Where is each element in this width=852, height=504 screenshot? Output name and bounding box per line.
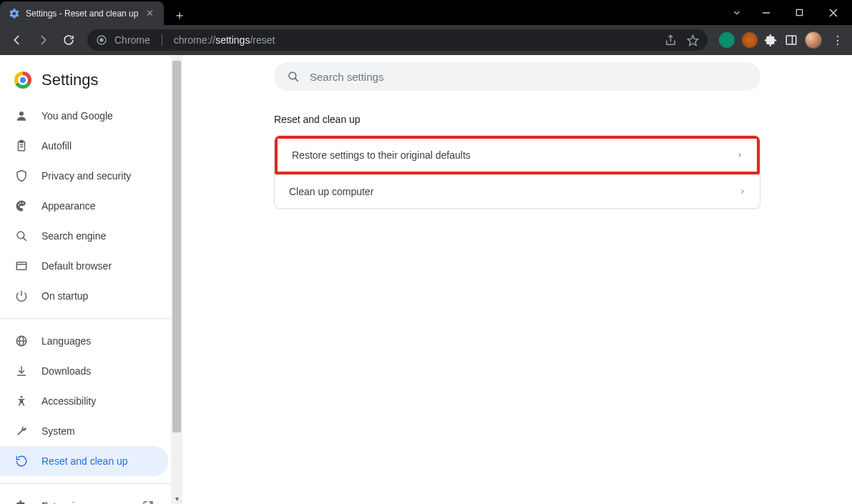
profile-avatar[interactable] — [805, 31, 822, 49]
card-row-label: Clean up computer — [289, 186, 373, 197]
power-icon — [14, 289, 29, 303]
scroll-down-arrow[interactable]: ▾ — [171, 493, 182, 504]
sidebar-item-accessibility[interactable]: Accessibility — [0, 386, 168, 416]
svg-line-19 — [23, 237, 26, 240]
sidebar-item-label: Accessibility — [41, 395, 96, 407]
settings-search[interactable] — [274, 62, 760, 91]
palette-icon — [14, 199, 29, 213]
close-tab-icon[interactable]: ✕ — [144, 8, 155, 19]
clipboard-icon — [14, 139, 29, 153]
svg-point-16 — [20, 202, 21, 204]
person-icon — [14, 109, 29, 123]
open-external-icon — [142, 500, 154, 504]
sidebar-item-system[interactable]: System — [0, 416, 168, 446]
tab-strip: Settings - Reset and clean up ✕ ＋ — [0, 0, 190, 25]
browser-tab-active[interactable]: Settings - Reset and clean up ✕ — [0, 1, 164, 25]
sidebar-item-label: Appearance — [41, 200, 96, 212]
sidebar-item-you-and-google[interactable]: You and Google — [0, 101, 168, 131]
sidebar-item-privacy-and-security[interactable]: Privacy and security — [0, 161, 168, 191]
svg-point-18 — [17, 232, 24, 239]
shield-icon — [14, 169, 29, 183]
svg-marker-7 — [687, 35, 697, 45]
back-button[interactable] — [6, 29, 29, 51]
url-host: settings — [215, 34, 250, 46]
side-panel-icon[interactable] — [785, 34, 798, 46]
search-icon — [287, 70, 300, 83]
settings-main: Reset and clean up Restore settings to t… — [182, 55, 852, 504]
app-title: Settings — [41, 71, 99, 89]
new-tab-button[interactable]: ＋ — [170, 5, 190, 25]
sidebar-item-appearance[interactable]: Appearance — [0, 191, 168, 221]
reset-cleanup-card: Restore settings to their original defau… — [274, 135, 760, 209]
sidebar-divider — [0, 483, 171, 484]
forward-button[interactable] — [31, 29, 54, 51]
accessibility-icon — [14, 394, 29, 408]
reload-button[interactable] — [57, 29, 80, 51]
sidebar-item-search-engine[interactable]: Search engine — [0, 221, 168, 251]
sidebar-item-label: Reset and clean up — [41, 455, 128, 467]
tab-title: Settings - Reset and clean up — [26, 9, 138, 19]
extensions-puzzle-icon[interactable] — [765, 34, 778, 46]
search-icon — [14, 229, 29, 243]
scrollbar-thumb[interactable] — [172, 61, 181, 433]
sidebar-item-default-browser[interactable]: Default browser — [0, 251, 168, 281]
address-bar[interactable]: Chrome chrome://settings/reset — [87, 29, 707, 51]
close-window-button[interactable] — [817, 2, 849, 24]
svg-point-10 — [19, 112, 24, 116]
chevron-down-icon[interactable] — [724, 8, 750, 18]
sidebar-item-label: You and Google — [41, 110, 113, 122]
chrome-menu-button[interactable]: ⋮ — [829, 34, 846, 47]
search-input[interactable] — [310, 71, 748, 83]
svg-rect-1 — [796, 9, 802, 15]
svg-point-29 — [289, 72, 296, 79]
download-icon — [14, 364, 29, 378]
extension-grammarly-icon[interactable] — [719, 32, 735, 48]
chevron-right-icon — [740, 187, 745, 196]
site-info-icon[interactable] — [96, 34, 107, 46]
extension-icons: ⋮ — [715, 31, 846, 49]
sidebar-item-label: System — [41, 425, 75, 437]
globe-icon — [14, 334, 29, 348]
url-prefix: chrome:// — [174, 34, 215, 46]
sidebar-scrollbar[interactable]: ▾ — [171, 55, 182, 504]
wrench-icon — [14, 424, 29, 438]
omnibox-chrome-label: Chrome — [114, 34, 150, 46]
sidebar-item-reset-and-clean-up[interactable]: Reset and clean up — [0, 446, 168, 476]
browser-toolbar: Chrome chrome://settings/reset ⋮ — [0, 25, 852, 55]
svg-point-5 — [99, 38, 103, 41]
share-icon[interactable] — [665, 34, 677, 46]
sidebar-item-downloads[interactable]: Downloads — [0, 356, 168, 386]
extension-cookie-icon[interactable] — [742, 32, 758, 48]
card-row-label: Restore settings to their original defau… — [292, 149, 471, 161]
minimize-button[interactable] — [750, 2, 782, 24]
svg-point-17 — [22, 202, 24, 204]
clean-up-computer-row[interactable]: Clean up computer — [275, 174, 760, 208]
sidebar-item-label: Downloads — [41, 365, 91, 377]
settings-sidebar: Settings You and GoogleAutofillPrivacy a… — [0, 55, 182, 504]
sidebar-item-languages[interactable]: Languages — [0, 326, 168, 356]
window-titlebar: Settings - Reset and clean up ✕ ＋ — [0, 0, 852, 25]
sidebar-item-extensions[interactable]: Extensions — [0, 491, 168, 504]
svg-rect-8 — [786, 36, 796, 44]
maximize-button[interactable] — [783, 2, 816, 24]
svg-point-15 — [18, 204, 19, 206]
sidebar-item-on-startup[interactable]: On startup — [0, 281, 168, 311]
svg-rect-12 — [20, 141, 24, 143]
puzzle-icon — [14, 499, 29, 504]
section-title: Reset and clean up — [274, 114, 760, 125]
sidebar-item-label: On startup — [41, 290, 88, 302]
chrome-logo-icon — [14, 71, 31, 89]
window-controls — [750, 2, 852, 24]
restore-defaults-row[interactable]: Restore settings to their original defau… — [275, 136, 760, 174]
sidebar-item-autofill[interactable]: Autofill — [0, 131, 168, 161]
gear-icon — [9, 8, 20, 19]
omnibox-url: chrome://settings/reset — [174, 34, 275, 46]
app-title-row: Settings — [0, 64, 182, 101]
restore-icon — [14, 454, 29, 468]
sidebar-group-advanced: LanguagesDownloadsAccessibilitySystemRes… — [0, 326, 182, 476]
sidebar-divider — [0, 318, 171, 319]
bookmark-star-icon[interactable] — [687, 34, 699, 46]
chevron-right-icon — [737, 151, 743, 159]
url-path: /reset — [250, 34, 275, 46]
svg-rect-20 — [16, 262, 26, 270]
